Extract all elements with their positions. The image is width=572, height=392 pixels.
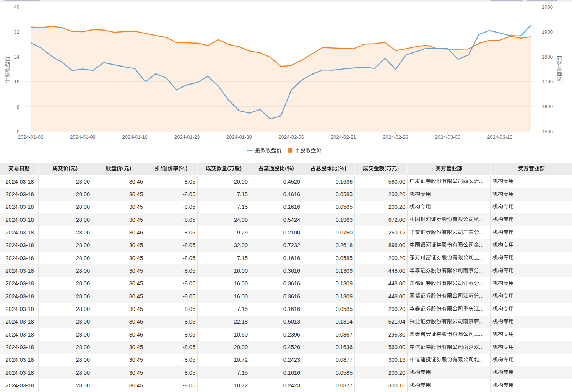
svg-text:2024-03-06: 2024-03-06	[435, 134, 461, 140]
svg-text:40: 40	[14, 4, 20, 10]
svg-text:1900: 1900	[542, 29, 553, 35]
svg-text:16: 16	[14, 79, 20, 85]
svg-text:0: 0	[17, 129, 20, 135]
svg-text:2024-02-21: 2024-02-21	[331, 134, 356, 140]
svg-text:24: 24	[14, 54, 20, 60]
svg-text:1600: 1600	[542, 104, 553, 109]
svg-text:2024-01-02: 2024-01-02	[18, 134, 44, 140]
svg-text:2024-02-28: 2024-02-28	[383, 134, 408, 140]
svg-text:2024-01-30: 2024-01-30	[226, 134, 252, 140]
svg-text:2024-02-06: 2024-02-06	[279, 134, 304, 140]
svg-text:2024-01-09: 2024-01-09	[70, 134, 96, 140]
svg-text:2024-01-16: 2024-01-16	[122, 134, 148, 140]
svg-text:1700: 1700	[542, 79, 553, 85]
svg-text:2024-01-23: 2024-01-23	[174, 134, 200, 140]
svg-text:2000: 2000	[542, 4, 553, 10]
svg-text:8: 8	[17, 104, 20, 110]
svg-text:1800: 1800	[542, 54, 553, 60]
svg-text:2024-03-13: 2024-03-13	[487, 134, 513, 140]
svg-text:32: 32	[14, 29, 20, 35]
svg-text:1500: 1500	[542, 129, 553, 135]
